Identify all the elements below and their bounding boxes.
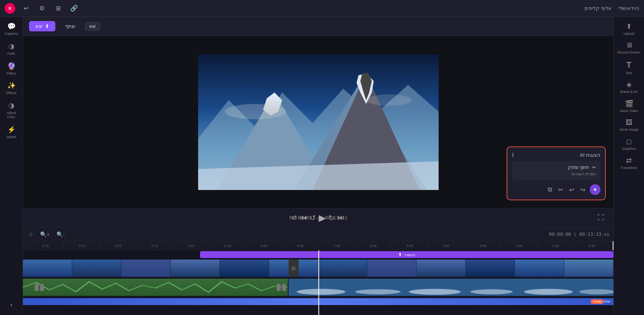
svg-point-15	[471, 289, 513, 294]
export-button[interactable]: ⬆ יצא	[29, 21, 55, 31]
fade-icon: ◑	[8, 42, 15, 50]
upload-icon: ⬆	[626, 22, 632, 31]
ai-popup-body[interactable]: ✂ חתוך ומחק הסרת השורות	[512, 161, 600, 180]
current-time-display: 00:00:00 / 00:13:33	[289, 215, 347, 221]
sidebar-item-stock-image[interactable]: 🖼 Stock Image	[615, 116, 643, 134]
svg-point-13	[355, 289, 401, 294]
timeline-section: ⊹ 🔍+ 🔍- 00:00:00 \ 00:13:33.εε 0:15 0:14…	[23, 227, 613, 315]
settings-button[interactable]: ⚙	[37, 3, 47, 14]
record-screen-icon: 🖥	[626, 41, 633, 49]
preview-area: הצעות AI ℹ ✂ חתוך ומחק הסרת השורות ⧉ ✂ ↩…	[23, 36, 613, 208]
thumb-12	[564, 260, 613, 277]
sidebar-label-speed: Speed	[6, 135, 16, 139]
transitions-icon: ⇄	[626, 156, 632, 165]
thumb-5	[220, 260, 269, 277]
fullscreen-button[interactable]: ⛶	[596, 212, 606, 223]
sidebar-label-fade: Fade	[7, 52, 15, 56]
ai-popup: הצעות AI ℹ ✂ חתוך ומחק הסרת השורות ⧉ ✂ ↩…	[507, 146, 606, 200]
rs-label-stock-video: Stock Video	[620, 109, 638, 113]
close-button[interactable]: ✕	[5, 3, 15, 14]
thumb-2	[72, 260, 121, 277]
pause-bar-left-2	[277, 284, 281, 291]
sidebar-collapse-button[interactable]: ›	[8, 300, 14, 309]
ai-magic-button[interactable]: ✦	[590, 184, 600, 195]
undo-icon-btn[interactable]: ↩	[568, 185, 576, 194]
sidebar-item-brand-kit[interactable]: ◈ Brand & Kit	[615, 78, 643, 96]
svg-point-9	[225, 104, 286, 119]
ruler-mark: 4:00	[428, 244, 464, 248]
ruler-mark: 1:00	[537, 244, 573, 248]
ai-popup-sublabel: הסרת השורות	[516, 172, 596, 177]
purple-label-bar: האמיר ⬆	[200, 251, 613, 258]
sidebar-item-effects[interactable]: ✨ Effects	[2, 79, 21, 97]
svg-point-17	[579, 289, 613, 294]
sidebar-item-stock-video[interactable]: 🎬 Stock Video	[615, 97, 643, 115]
timeline-ruler: 0:15 0:14 0:13 0:12 0:11 0:10 9:00 8:00 …	[23, 241, 613, 250]
share-label: שתף	[65, 23, 75, 29]
link-button[interactable]: 🔗	[69, 3, 79, 14]
sidebar-item-text[interactable]: T Text	[615, 58, 643, 78]
sidebar-item-record-screen[interactable]: 🖥 Record Screen	[615, 39, 643, 57]
sidebar-item-graphics[interactable]: ◻ Graphics	[615, 135, 643, 153]
brand-kit-icon: ◈	[626, 80, 632, 89]
ruler-mark: 0:30	[573, 244, 610, 248]
top-bar: ✕ ↩ ⚙ ⊞ 🔗 אלוף קליפים הוידאושלי	[0, 0, 644, 17]
svg-point-10	[366, 94, 412, 106]
svg-point-14	[409, 289, 461, 295]
top-link-clips[interactable]: אלוף קליפים	[584, 5, 612, 11]
rs-label-graphics: Graphics	[622, 147, 636, 151]
blue-label-bar: שחרר חולה	[23, 298, 613, 305]
grid-button[interactable]: ⊞	[53, 3, 63, 14]
track-split-handle[interactable]: ⊡	[289, 260, 299, 277]
sidebar-item-fade[interactable]: ◑ Fade	[2, 40, 21, 58]
sidebar-item-filters[interactable]: 🔮 Filters	[2, 60, 21, 78]
top-bar-right: אלוף קליפים הוידאושלי	[584, 5, 639, 11]
player-controls: ↺ ⏮ ↺ ▶ ↻ ⏭ 00:00:00 / 00:13:33 ⛶	[23, 208, 613, 227]
sidebar-item-transitions[interactable]: ⇄ Transitions	[615, 154, 643, 172]
export-icon: ⬆	[45, 23, 49, 29]
rs-label-record-screen: Record Screen	[617, 50, 640, 55]
ruler-marks: 0:15 0:14 0:13 0:12 0:11 0:10 9:00 8:00 …	[27, 244, 610, 248]
svg-point-16	[524, 289, 573, 295]
pause-bar-right	[40, 284, 44, 291]
timeline-toolbar: ⊹ 🔍+ 🔍- 00:00:00 \ 00:13:33.εε	[23, 227, 613, 241]
ruler-mark: 7:00	[318, 244, 355, 248]
audio-track[interactable]	[23, 278, 613, 297]
video-strip	[23, 260, 613, 277]
zoom-in-button[interactable]: 🔍+	[38, 231, 52, 238]
sidebar-item-captions[interactable]: 💬 Captions	[2, 20, 21, 38]
redo-icon-btn[interactable]: ↪	[579, 185, 587, 194]
undo-button[interactable]: ↩	[21, 3, 31, 14]
ruler-mark: 0:15	[27, 244, 63, 248]
speed-icon: ⚡	[7, 125, 16, 134]
right-sidebar: ⬆ Upload 🖥 Record Screen T Text ◈ Brand …	[613, 17, 644, 315]
track-purple-bar: האמיר ⬆	[23, 250, 613, 259]
video-preview	[198, 54, 439, 190]
ruler-mark: 3:00	[464, 244, 500, 248]
sidebar-label-adjust-color: Adjust Color	[3, 111, 20, 119]
timeline-tool-button[interactable]: ⊹	[27, 231, 35, 238]
captions-icon: 💬	[7, 22, 16, 31]
top-link-my-video[interactable]: הוידאושלי	[618, 5, 639, 11]
share-button[interactable]: שתף	[59, 21, 81, 31]
video-track[interactable]: ⊡	[23, 259, 613, 278]
timeline-tracks[interactable]: האמיר ⬆	[23, 250, 613, 315]
ai-item-label: חתוך ומחק	[568, 165, 589, 170]
sidebar-item-adjust-color[interactable]: ◑ Adjust Color	[2, 99, 21, 122]
sidebar-item-upload[interactable]: ⬆ Upload	[615, 20, 643, 38]
cut-icon-btn[interactable]: ✂	[557, 185, 565, 194]
purple-label-text: האמיר	[404, 253, 415, 257]
ai-popup-actions: ⧉ ✂ ↩ ↪ ✦	[512, 184, 600, 195]
svg-point-12	[297, 289, 345, 295]
sidebar-label-filters: Filters	[6, 71, 16, 76]
ruler-mark: 0:12	[136, 244, 172, 248]
zoom-out-button[interactable]: 🔍-	[55, 231, 67, 238]
controls-row: ↺ ⏮ ↺ ▶ ↻ ⏭ 00:00:00 / 00:13:33 ⛶	[23, 211, 613, 225]
ruler-mark: 8:00	[282, 244, 318, 248]
audio-strip	[23, 279, 613, 296]
search-tag[interactable]: ear	[85, 22, 100, 31]
effects-icon: ✨	[7, 81, 16, 90]
left-sidebar: 💬 Captions ◑ Fade 🔮 Filters ✨ Effects ◑ …	[0, 17, 23, 315]
sidebar-item-speed[interactable]: ⚡ Speed	[2, 123, 21, 141]
copy-icon-btn[interactable]: ⧉	[546, 185, 554, 194]
